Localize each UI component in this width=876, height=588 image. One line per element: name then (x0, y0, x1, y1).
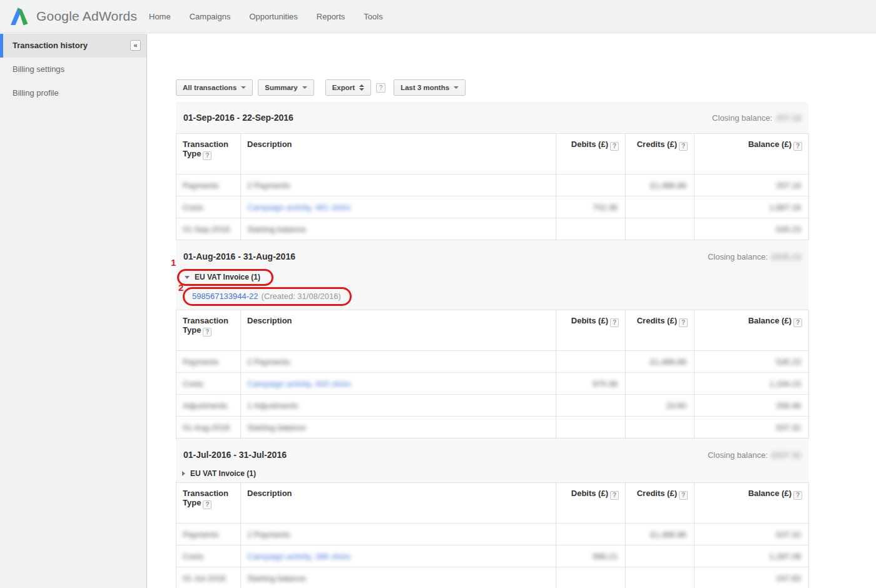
help-icon[interactable]: ? (793, 491, 802, 500)
date-range-dropdown[interactable]: Last 3 months (394, 79, 466, 96)
description-value: Starting balance (247, 574, 306, 583)
col-debits-label: Debits (£) (571, 316, 608, 325)
table-header-row: Transaction Type?DescriptionDebits (£)?C… (176, 310, 809, 351)
cell-transaction-type: Costs (176, 196, 241, 218)
cell-balance: 1,287.08 (695, 545, 809, 567)
transactions-table: Transaction Type?DescriptionDebits (£)?C… (176, 310, 809, 438)
billing-section: 01-Sep-2016 - 22-Sep-2016Closing balance… (176, 102, 808, 244)
help-icon[interactable]: ? (203, 328, 211, 337)
billing-section: 01-Jul-2016 - 31-Jul-2016Closing balance… (176, 442, 808, 588)
col-credits: Credits (£)? (626, 134, 695, 175)
cell-balance: 1,194.23 (695, 373, 809, 395)
all-transactions-dropdown[interactable]: All transactions (176, 79, 253, 96)
export-label: Export (332, 84, 355, 91)
cell-credit-value: £1,486.86 (650, 530, 686, 539)
help-icon[interactable]: ? (203, 151, 211, 160)
nav-home[interactable]: Home (148, 8, 172, 25)
nav-tools[interactable]: Tools (362, 8, 384, 25)
sidebar-item-label: Transaction history (13, 41, 88, 50)
eu-vat-invoice-label: EU VAT Invoice (1) (190, 469, 256, 478)
col-balance: Balance (£)? (695, 483, 809, 524)
cell-balance: 537.32 (695, 524, 809, 545)
cell-credit-value: 23.60 (666, 401, 686, 410)
cell-balance-value: 537.32 (776, 423, 801, 432)
description-link[interactable]: Campaign activity, 443 clicks (247, 379, 351, 388)
help-icon[interactable]: ? (679, 491, 688, 500)
help-icon[interactable]: ? (793, 318, 802, 327)
cell-credit (626, 567, 695, 588)
summary-dropdown[interactable]: Summary (258, 79, 313, 96)
chevron-down-icon (454, 86, 459, 89)
sidebar-item-label: Billing settings (13, 64, 64, 74)
help-icon[interactable]: ? (610, 142, 619, 151)
table-row: CostsCampaign activity, 481 clicks702.36… (176, 196, 809, 218)
cell-debit: 702.36 (556, 196, 626, 218)
cell-balance: 256.48 (695, 395, 809, 417)
col-credits: Credits (£)? (626, 310, 695, 351)
invoice-detail-row: 598567133944-22(Created: 31/08/2016) (183, 287, 352, 306)
eu-vat-invoice-label: EU VAT Invoice (1) (195, 273, 260, 281)
table-row: Payments2 Payments£1,486.86537.32 (176, 524, 809, 545)
cell-balance-value: 1,687.18 (769, 203, 801, 212)
cell-description: 2 Payments (241, 351, 556, 373)
section-period: 01-Aug-2016 - 31-Aug-2016 (183, 251, 295, 261)
cell-description: 2 Payments (241, 524, 556, 545)
sidebar-item-billing-settings[interactable]: Billing settings (0, 58, 146, 81)
help-icon[interactable]: ? (679, 318, 688, 327)
description-link[interactable]: Campaign activity, 386 clicks (247, 552, 351, 561)
cell-description: Starting balance (241, 218, 556, 240)
cell-credit (626, 196, 695, 218)
help-icon[interactable]: ? (610, 491, 619, 500)
help-icon[interactable]: ? (203, 500, 211, 509)
help-icon[interactable]: ? (610, 318, 619, 327)
nav-reports[interactable]: Reports (315, 8, 347, 25)
eu-vat-invoice-toggle[interactable]: EU VAT Invoice (1) (177, 269, 273, 286)
col-debits: Debits (£)? (556, 483, 626, 524)
brand-name: Google AdWords (36, 9, 137, 24)
cell-description: Campaign activity, 443 clicks (241, 373, 556, 395)
adwords-logo[interactable]: Google AdWords (0, 6, 139, 27)
cell-debit-value: 702.36 (593, 203, 618, 212)
cell-debit: 996.21 (556, 545, 626, 567)
help-icon[interactable]: ? (679, 142, 688, 151)
invoice-created-date: (Created: 31/08/2016) (262, 291, 341, 301)
col-description-label: Description (247, 139, 292, 149)
sidebar-item-transaction-history[interactable]: Transaction history « (0, 34, 146, 58)
cell-debit (556, 351, 626, 373)
nav-campaigns[interactable]: Campaigns (188, 8, 232, 25)
cell-balance-value: 535.23 (776, 225, 801, 234)
cell-transaction-type: Costs (176, 373, 241, 395)
export-button[interactable]: Export (325, 79, 371, 96)
cell-debit (556, 175, 626, 196)
section-header: 01-Sep-2016 - 22-Sep-2016Closing balance… (176, 102, 808, 133)
cell-balance-value: 537.32 (776, 530, 801, 539)
cell-balance-value: 535.23 (776, 357, 801, 367)
eu-vat-invoice-toggle[interactable]: EU VAT Invoice (1) (182, 469, 256, 478)
cell-balance-value: 247.83 (776, 574, 801, 583)
adwords-a-icon (9, 6, 30, 27)
transaction-type-value: Costs (183, 552, 203, 561)
help-icon[interactable]: ? (376, 83, 385, 93)
closing-balance: Closing balance:£537.32 (708, 450, 801, 460)
collapse-sidebar-icon[interactable]: « (130, 40, 141, 51)
sidebar-item-billing-profile[interactable]: Billing profile (0, 81, 146, 105)
nav-opportunities[interactable]: Opportunities (248, 8, 298, 25)
description-link[interactable]: Campaign activity, 481 clicks (247, 203, 351, 212)
col-debits-label: Debits (£) (571, 139, 608, 149)
col-debits-label: Debits (£) (571, 489, 608, 498)
section-period: 01-Jul-2016 - 31-Jul-2016 (183, 450, 287, 460)
date-range-label: Last 3 months (400, 84, 449, 91)
table-row: 01-Sep-2016Starting balance535.23 (176, 218, 809, 240)
table-row: Payments2 Payments£1,486.86257.18 (176, 175, 809, 196)
triangle-down-icon (185, 276, 190, 279)
cell-balance: 537.32 (695, 417, 809, 438)
description-value: 2 Payments (247, 181, 290, 190)
transaction-type-value: 01-Sep-2016 (183, 225, 230, 234)
cell-transaction-type: 01-Sep-2016 (176, 218, 241, 240)
help-icon[interactable]: ? (793, 142, 802, 151)
all-transactions-label: All transactions (183, 84, 237, 91)
cell-description: Starting balance (241, 567, 556, 588)
col-debits: Debits (£)? (556, 134, 626, 175)
closing-balance: Closing balance:257.18 (712, 113, 801, 123)
invoice-number-link[interactable]: 598567133944-22 (192, 291, 258, 301)
